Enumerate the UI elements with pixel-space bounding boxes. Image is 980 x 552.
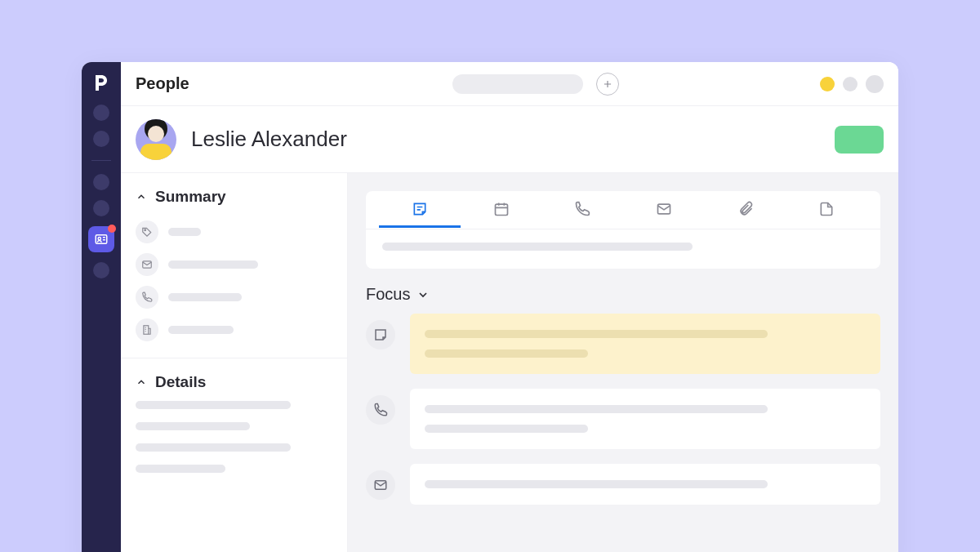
phone-icon	[366, 395, 395, 425]
feed-card[interactable]	[410, 464, 880, 505]
placeholder-line	[168, 293, 242, 301]
placeholder-line	[168, 326, 234, 334]
page-title: People	[136, 74, 189, 93]
svg-rect-4	[144, 326, 149, 335]
svg-point-2	[145, 229, 146, 231]
placeholder-line	[425, 405, 768, 413]
user-avatar[interactable]	[866, 75, 884, 93]
phone-icon	[574, 201, 590, 217]
details-label: Details	[155, 373, 206, 391]
add-button[interactable]	[596, 73, 619, 96]
tab-compose-area[interactable]	[366, 229, 880, 269]
nav-item-2[interactable]	[93, 131, 109, 147]
building-icon	[136, 318, 158, 341]
placeholder-line	[382, 243, 693, 251]
nav-item-3[interactable]	[93, 174, 109, 190]
details-content	[136, 401, 332, 473]
nav-separator	[91, 160, 111, 161]
primary-action-button[interactable]	[835, 126, 884, 154]
contacts-icon	[94, 232, 109, 247]
body-columns: Summary	[121, 173, 898, 552]
feed-item-email	[366, 464, 880, 505]
phone-icon	[136, 286, 158, 309]
placeholder-line	[136, 465, 225, 473]
profile-header: Leslie Alexander	[121, 106, 898, 173]
placeholder-line	[136, 422, 250, 430]
feed-item-note	[366, 314, 880, 374]
mail-icon	[656, 201, 672, 217]
topbar-action-1[interactable]	[843, 77, 858, 91]
summary-row-tag[interactable]	[136, 216, 332, 248]
status-indicator[interactable]	[820, 77, 835, 91]
topbar: People	[121, 62, 898, 106]
nav-item-contacts[interactable]	[88, 226, 114, 252]
chevron-down-icon	[416, 288, 430, 301]
placeholder-line	[425, 330, 768, 338]
placeholder-line	[425, 349, 588, 358]
summary-row-email[interactable]	[136, 248, 332, 281]
svg-rect-5	[495, 204, 507, 215]
app-window: People Leslie Alexander	[82, 62, 898, 552]
note-icon	[412, 201, 428, 217]
summary-row-org[interactable]	[136, 314, 332, 346]
topbar-actions	[820, 75, 884, 93]
nav-item-5[interactable]	[93, 262, 109, 278]
person-avatar[interactable]	[136, 119, 176, 160]
calendar-icon	[493, 201, 510, 217]
nav-rail	[82, 62, 121, 552]
person-name: Leslie Alexander	[191, 127, 347, 152]
details-header[interactable]: Details	[136, 373, 332, 391]
tab-activity[interactable]	[461, 191, 542, 229]
main-content: People Leslie Alexander	[121, 62, 898, 552]
placeholder-line	[136, 401, 291, 409]
plus-icon	[602, 78, 613, 90]
chevron-up-icon	[136, 376, 147, 388]
focus-header[interactable]: Focus	[348, 269, 898, 314]
details-section: Details	[121, 358, 347, 497]
placeholder-line	[168, 228, 201, 236]
pipedrive-logo-icon	[93, 73, 109, 91]
note-icon	[366, 320, 395, 349]
chevron-up-icon	[136, 191, 147, 203]
placeholder-line	[425, 425, 588, 433]
info-sidebar: Summary	[121, 173, 348, 552]
document-icon	[818, 201, 835, 217]
placeholder-line	[168, 260, 258, 269]
svg-point-1	[98, 238, 100, 240]
feed-item-call	[366, 389, 880, 449]
summary-label: Summary	[155, 188, 226, 206]
tab-files[interactable]	[705, 191, 786, 229]
activity-tabs-card	[366, 191, 880, 269]
summary-section: Summary	[121, 173, 347, 358]
activity-tabs	[366, 191, 880, 229]
feed-card[interactable]	[410, 389, 880, 449]
placeholder-line	[136, 443, 291, 452]
mail-icon	[366, 470, 395, 500]
feed-card-highlighted[interactable]	[410, 314, 880, 374]
nav-item-4[interactable]	[93, 200, 109, 216]
tag-icon	[136, 220, 158, 243]
paperclip-icon	[737, 201, 754, 217]
placeholder-line	[425, 480, 768, 488]
tab-call[interactable]	[541, 191, 623, 229]
summary-row-phone[interactable]	[136, 281, 332, 314]
nav-item-1[interactable]	[93, 105, 109, 121]
activity-feed	[348, 314, 898, 505]
app-logo[interactable]	[88, 69, 114, 95]
tab-docs[interactable]	[786, 191, 867, 229]
mail-icon	[136, 253, 158, 276]
activity-pane: Focus	[348, 173, 898, 552]
tab-email[interactable]	[623, 191, 705, 229]
summary-header[interactable]: Summary	[136, 188, 332, 206]
search-input[interactable]	[452, 74, 583, 94]
tab-notes[interactable]	[379, 191, 461, 229]
focus-label: Focus	[366, 285, 410, 304]
notification-badge	[108, 225, 116, 233]
